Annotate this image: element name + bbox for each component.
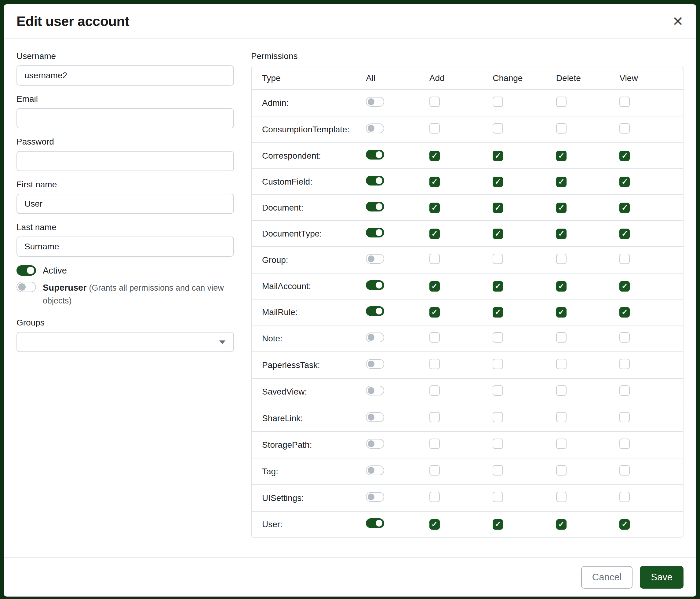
permission-add-checkbox[interactable] — [429, 254, 440, 264]
permission-add-checkbox[interactable]: ✓ — [429, 229, 440, 239]
first-name-input[interactable] — [17, 194, 234, 214]
permission-view-checkbox[interactable]: ✓ — [619, 229, 630, 239]
permission-change-checkbox[interactable]: ✓ — [493, 519, 503, 530]
permission-delete-checkbox[interactable]: ✓ — [556, 229, 567, 239]
permission-all-toggle[interactable] — [366, 97, 384, 107]
permission-view-checkbox[interactable]: ✓ — [619, 177, 630, 187]
permission-all-toggle[interactable] — [366, 518, 384, 528]
permission-view-checkbox[interactable] — [619, 332, 630, 342]
permission-all-toggle[interactable] — [366, 439, 384, 449]
permission-view-checkbox[interactable] — [619, 438, 630, 449]
permission-all-toggle[interactable] — [366, 280, 384, 290]
permission-add-checkbox[interactable]: ✓ — [429, 307, 440, 317]
permission-add-checkbox[interactable]: ✓ — [429, 151, 440, 161]
permission-view-checkbox[interactable]: ✓ — [619, 202, 630, 213]
superuser-toggle[interactable] — [17, 282, 36, 292]
permission-all-toggle[interactable] — [366, 176, 384, 186]
permission-all-toggle[interactable] — [366, 359, 384, 369]
permission-view-checkbox[interactable]: ✓ — [619, 151, 630, 161]
permission-add-checkbox[interactable] — [429, 385, 440, 396]
email-input[interactable] — [17, 108, 234, 128]
permission-add-checkbox[interactable] — [429, 492, 440, 502]
permission-all-toggle[interactable] — [366, 412, 384, 422]
permission-view-checkbox[interactable]: ✓ — [619, 519, 630, 530]
permission-delete-checkbox[interactable] — [556, 332, 567, 342]
active-toggle[interactable] — [17, 265, 36, 275]
permission-delete-checkbox[interactable] — [556, 97, 567, 107]
cancel-button[interactable]: Cancel — [581, 566, 633, 589]
permission-add-checkbox[interactable]: ✓ — [429, 281, 440, 291]
permission-change-checkbox[interactable] — [493, 492, 503, 502]
permission-delete-checkbox[interactable] — [556, 254, 567, 264]
permission-delete-checkbox[interactable] — [556, 438, 567, 449]
permission-delete-checkbox[interactable]: ✓ — [556, 519, 567, 530]
permission-view-checkbox[interactable]: ✓ — [619, 307, 630, 317]
permission-all-toggle[interactable] — [366, 202, 384, 212]
permission-delete-checkbox[interactable] — [556, 123, 567, 134]
permission-delete-checkbox[interactable] — [556, 359, 567, 369]
permission-type-label: StoragePath: — [252, 431, 366, 458]
permission-change-checkbox[interactable] — [493, 123, 503, 134]
permission-change-checkbox[interactable] — [493, 385, 503, 396]
user-form: Username Email Password First name Last … — [17, 51, 234, 361]
permission-change-checkbox[interactable] — [493, 412, 503, 422]
permission-delete-checkbox[interactable] — [556, 385, 567, 396]
permission-delete-checkbox[interactable]: ✓ — [556, 307, 567, 317]
permission-delete-checkbox[interactable]: ✓ — [556, 151, 567, 161]
permission-add-checkbox[interactable] — [429, 438, 440, 449]
permission-change-checkbox[interactable] — [493, 332, 503, 342]
permission-view-checkbox[interactable] — [619, 359, 630, 369]
permission-change-checkbox[interactable] — [493, 438, 503, 449]
last-name-input[interactable] — [17, 237, 234, 257]
permission-delete-checkbox[interactable]: ✓ — [556, 281, 567, 291]
permission-view-checkbox[interactable] — [619, 492, 630, 502]
permission-view-checkbox[interactable] — [619, 412, 630, 422]
permission-all-toggle[interactable] — [366, 386, 384, 396]
permission-change-checkbox[interactable]: ✓ — [493, 202, 503, 213]
permission-add-checkbox[interactable] — [429, 97, 440, 107]
permission-all-toggle[interactable] — [366, 150, 384, 160]
permission-view-checkbox[interactable]: ✓ — [619, 281, 630, 291]
permission-change-checkbox[interactable]: ✓ — [493, 177, 503, 187]
permission-add-checkbox[interactable] — [429, 359, 440, 369]
permission-all-toggle[interactable] — [366, 254, 384, 264]
permission-view-checkbox[interactable] — [619, 97, 630, 107]
permission-add-checkbox[interactable]: ✓ — [429, 519, 440, 530]
permission-all-toggle[interactable] — [366, 492, 384, 502]
permission-change-checkbox[interactable]: ✓ — [493, 281, 503, 291]
permission-change-checkbox[interactable]: ✓ — [493, 307, 503, 317]
permission-all-toggle[interactable] — [366, 465, 384, 475]
permission-add-checkbox[interactable] — [429, 123, 440, 134]
permission-all-toggle[interactable] — [366, 123, 384, 133]
permission-all-toggle[interactable] — [366, 306, 384, 316]
permissions-header-row: Type All Add Change Delete View — [252, 67, 683, 89]
permission-delete-checkbox[interactable] — [556, 412, 567, 422]
permission-change-checkbox[interactable] — [493, 465, 503, 476]
permission-delete-checkbox[interactable] — [556, 492, 567, 502]
permission-change-checkbox[interactable]: ✓ — [493, 151, 503, 161]
permission-add-checkbox[interactable]: ✓ — [429, 202, 440, 213]
permission-change-checkbox[interactable] — [493, 254, 503, 264]
close-icon[interactable]: ✕ — [672, 15, 683, 28]
permission-add-checkbox[interactable]: ✓ — [429, 177, 440, 187]
permission-all-toggle[interactable] — [366, 333, 384, 342]
permission-view-checkbox[interactable] — [619, 385, 630, 396]
password-input[interactable] — [17, 151, 234, 171]
permission-all-toggle[interactable] — [366, 228, 384, 237]
permission-change-checkbox[interactable]: ✓ — [493, 229, 503, 239]
permission-delete-checkbox[interactable]: ✓ — [556, 177, 567, 187]
username-input[interactable] — [17, 65, 234, 86]
permission-change-checkbox[interactable] — [493, 359, 503, 369]
permission-add-checkbox[interactable] — [429, 412, 440, 422]
active-toggle-row: Active — [17, 265, 234, 275]
permission-view-checkbox[interactable] — [619, 465, 630, 476]
permission-delete-checkbox[interactable]: ✓ — [556, 202, 567, 213]
permission-view-checkbox[interactable] — [619, 254, 630, 264]
save-button[interactable]: Save — [640, 566, 683, 589]
permission-view-checkbox[interactable] — [619, 123, 630, 134]
permission-add-checkbox[interactable] — [429, 332, 440, 342]
permission-change-checkbox[interactable] — [493, 97, 503, 107]
permission-add-checkbox[interactable] — [429, 465, 440, 476]
permission-delete-checkbox[interactable] — [556, 465, 567, 476]
groups-select[interactable] — [17, 332, 234, 352]
